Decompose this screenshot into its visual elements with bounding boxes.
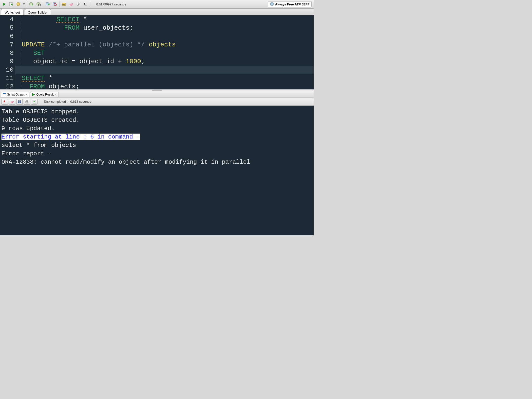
svg-rect-35: [26, 100, 28, 101]
svg-rect-32: [19, 100, 20, 101]
svg-rect-36: [26, 102, 28, 103]
script-output-icon: [3, 93, 6, 96]
close-icon[interactable]: ×: [26, 93, 28, 96]
connection-indicator[interactable]: Always Free ATP JEFF: [268, 1, 312, 7]
svg-text:a: a: [85, 3, 87, 6]
sql-tuning-button[interactable]: [35, 1, 42, 7]
svg-rect-28: [3, 93, 6, 94]
svg-marker-0: [3, 3, 5, 6]
svg-marker-29: [32, 93, 35, 96]
query-result-label: Query Result: [36, 93, 54, 96]
commit-button[interactable]: [44, 1, 51, 7]
tab-script-output[interactable]: Script Output ×: [1, 92, 29, 97]
svg-text:SQL: SQL: [62, 4, 66, 6]
code-area[interactable]: SELECT * FROM user_objects;UPDATE /*+ pa…: [15, 15, 314, 89]
database-icon: [270, 2, 274, 6]
query-result-icon: [32, 93, 35, 96]
tab-query-result[interactable]: Query Result ×: [30, 92, 58, 97]
error-highlight: Error starting at line : 6 in command -: [1, 134, 140, 140]
print-button[interactable]: [24, 99, 30, 105]
tab-query-builder[interactable]: Query Builder: [24, 9, 51, 15]
clear-button[interactable]: [68, 1, 74, 7]
svg-point-26: [270, 4, 273, 6]
svg-point-5: [17, 4, 20, 6]
explain-plan-button[interactable]: [15, 1, 22, 7]
rollback-button[interactable]: [52, 1, 58, 7]
svg-rect-33: [19, 102, 20, 103]
sql-history-button[interactable]: [75, 1, 81, 7]
execution-time-label: 0.61799997 seconds: [96, 2, 126, 6]
result-tab-bar: Script Output × Query Result ×: [0, 91, 314, 98]
task-completed-label: Task completed in 0.618 seconds: [44, 100, 91, 103]
close-icon[interactable]: ×: [55, 93, 57, 96]
sheet-tab-bar: Worksheet Query Builder: [0, 9, 314, 15]
result-toolbar: Task completed in 0.618 seconds: [0, 98, 314, 106]
svg-rect-30: [11, 101, 14, 103]
svg-marker-6: [23, 3, 25, 5]
dropdown-icon[interactable]: [22, 1, 25, 7]
unshared-worksheet-button[interactable]: SQL: [61, 1, 67, 7]
pin-button[interactable]: [1, 99, 8, 105]
svg-rect-20: [70, 3, 73, 6]
script-output-console[interactable]: Table OBJECTS dropped.Table OBJECTS crea…: [0, 106, 314, 235]
connection-name: Always Free ATP JEFF: [275, 2, 309, 6]
script-output-label: Script Output: [7, 93, 24, 96]
run-statement-button[interactable]: [1, 1, 7, 7]
save-output-button[interactable]: [16, 99, 23, 105]
clear-output-button[interactable]: [9, 99, 15, 105]
sql-editor[interactable]: 456789101112 SELECT * FROM user_objects;…: [0, 15, 314, 89]
autotrace-button[interactable]: [28, 1, 35, 7]
run-script-button[interactable]: [8, 1, 15, 7]
tab-worksheet[interactable]: Worksheet: [1, 9, 24, 15]
line-number-gutter: 456789101112: [0, 15, 15, 89]
fetch-button[interactable]: [31, 99, 38, 105]
case-toggle-button[interactable]: Aa: [82, 1, 89, 7]
worksheet-toolbar: SQL Aa 0.61799997 seconds Always Free AT…: [0, 0, 314, 9]
